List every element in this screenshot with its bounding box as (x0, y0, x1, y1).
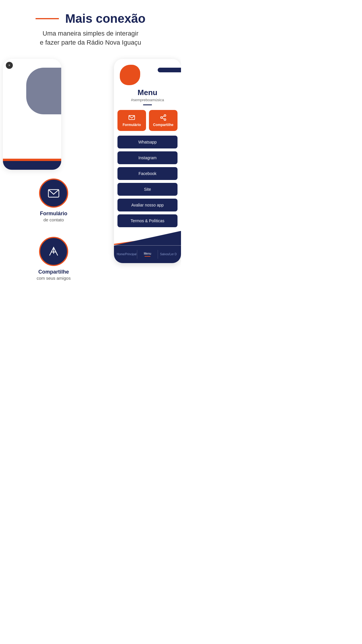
nav-tab-home[interactable]: Home/Principal (116, 253, 137, 256)
btn-envelope-icon (128, 114, 135, 121)
feature-formulario: Formulário de contato (39, 178, 68, 222)
phone-shape (26, 68, 61, 114)
right-phone-mockup: Menu #sempreboamúsica Formulário (114, 59, 181, 263)
header-subtitle: Uma maneira simples de interagir e fazer… (9, 29, 172, 47)
menu-item-facebook[interactable]: Facebook (117, 167, 178, 180)
compartilhe-icon-circle (39, 237, 68, 266)
phone-bottom-diagonal (114, 231, 181, 246)
menu-item-site[interactable]: Site (117, 183, 178, 196)
svg-point-5 (161, 117, 162, 118)
menu-hashtag: #sempreboamúsica (117, 98, 178, 102)
btn-share-icon (160, 114, 167, 121)
menu-item-instagram[interactable]: Instagram (117, 151, 178, 164)
phone-right-inner: Menu #sempreboamúsica Formulário (114, 59, 181, 263)
menu-divider (143, 104, 152, 105)
formulario-label-bold: Formulário (40, 211, 67, 217)
feature-icons-list: Formulário de contato Compartilhe com se… (12, 178, 96, 281)
right-panel: Menu #sempreboamúsica Formulário (87, 59, 181, 310)
compartilhe-btn-label: Compartilhe (153, 123, 173, 127)
accent-line (36, 18, 59, 19)
share-icon (47, 245, 60, 258)
action-buttons-row: Formulário Compartilhe (117, 110, 178, 131)
formulario-icon-circle (39, 178, 68, 208)
svg-line-8 (162, 116, 164, 117)
formulario-action-btn[interactable]: Formulário (117, 110, 146, 131)
nav-tab-salvos[interactable]: Salvos/Ler D (158, 253, 179, 256)
left-panel: × Formulário de contato (0, 59, 87, 310)
header-section: Mais conexão Uma maneira simples de inte… (0, 0, 181, 53)
menu-content: Menu #sempreboamúsica Formulário (114, 59, 181, 251)
navy-top-bar (158, 68, 181, 72)
feature-compartilhe: Compartilhe com seus amigos (37, 237, 71, 281)
orange-bar (3, 159, 61, 161)
page-title: Mais conexão (65, 12, 145, 26)
menu-list: Whatsapp Instagram Facebook Site Avaliar… (117, 136, 178, 227)
svg-point-6 (164, 119, 166, 120)
menu-item-whatsapp[interactable]: Whatsapp (117, 136, 178, 148)
compartilhe-label-normal: com seus amigos (37, 276, 71, 281)
svg-line-7 (162, 118, 164, 119)
close-icon: × (6, 62, 13, 69)
formulario-label-normal: de contato (43, 217, 64, 222)
left-phone-mockup: × (3, 59, 61, 170)
menu-item-termos[interactable]: Termos & Políticas (117, 214, 178, 227)
menu-item-avaliar[interactable]: Avaliar nosso app (117, 199, 178, 211)
menu-title: Menu (117, 88, 178, 97)
bottom-nav: Home/Principal Menu Salvos/Ler D (114, 246, 181, 263)
main-content: × Formulário de contato (0, 53, 181, 316)
nav-tab-menu[interactable]: Menu (137, 252, 158, 257)
compartilhe-action-btn[interactable]: Compartilhe (149, 110, 178, 131)
left-nav-bar (3, 161, 61, 170)
orange-blob (120, 65, 140, 85)
svg-point-4 (164, 115, 166, 116)
envelope-icon (47, 187, 60, 200)
compartilhe-label-bold: Compartilhe (38, 269, 69, 275)
formulario-btn-label: Formulário (123, 123, 141, 127)
